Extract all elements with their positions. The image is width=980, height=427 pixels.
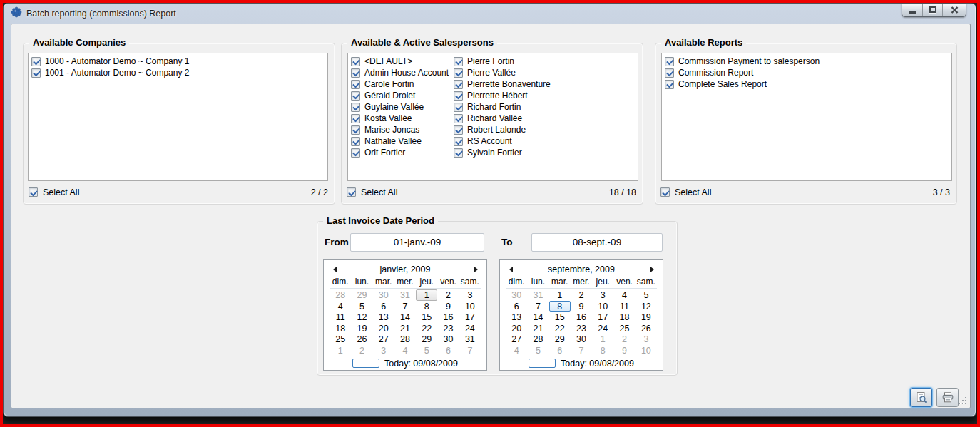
- list-item[interactable]: Pierrette Hébert: [451, 90, 636, 101]
- calendar-day[interactable]: 10: [636, 345, 657, 356]
- titlebar[interactable]: Batch reporting (commissions) Report: [4, 4, 976, 23]
- companies-select-all-checkbox[interactable]: [29, 187, 38, 197]
- calendar-day[interactable]: 31: [527, 289, 548, 301]
- list-item[interactable]: Complete Sales Report: [662, 78, 951, 90]
- calendar-day[interactable]: 3: [373, 345, 394, 356]
- calendar-day[interactable]: 11: [330, 312, 351, 323]
- calendar-day[interactable]: 2: [613, 334, 635, 345]
- maximize-button[interactable]: [922, 4, 942, 16]
- calendar-day[interactable]: 15: [416, 312, 437, 323]
- calendar-day[interactable]: 25: [613, 323, 635, 334]
- item-checkbox[interactable]: [351, 114, 360, 123]
- list-item[interactable]: 1001 - Automator Demo ~ Company 2: [29, 67, 327, 78]
- list-item[interactable]: Admin House Account: [348, 67, 451, 78]
- item-checkbox[interactable]: [454, 57, 463, 66]
- item-checkbox[interactable]: [665, 68, 674, 78]
- calendar-day[interactable]: 27: [373, 334, 394, 345]
- minimize-button[interactable]: [902, 4, 922, 16]
- calendar-day[interactable]: 29: [549, 334, 571, 345]
- item-checkbox[interactable]: [454, 137, 463, 146]
- list-item[interactable]: Commission Payment to salesperson: [662, 56, 951, 67]
- calendar-day[interactable]: 31: [394, 289, 416, 301]
- next-month-button[interactable]: [647, 262, 657, 277]
- calendar-day[interactable]: 18: [330, 323, 351, 334]
- calendar-day[interactable]: 2: [437, 289, 459, 301]
- calendar-day[interactable]: 7: [571, 345, 592, 356]
- calendar-day[interactable]: 29: [351, 289, 372, 301]
- item-checkbox[interactable]: [31, 68, 41, 78]
- list-item[interactable]: Kosta Vallée: [348, 113, 451, 124]
- calendar-day[interactable]: 8: [549, 301, 571, 312]
- item-checkbox[interactable]: [454, 125, 463, 135]
- item-checkbox[interactable]: [665, 57, 674, 66]
- print-button[interactable]: [936, 388, 959, 407]
- calendar-day[interactable]: 9: [571, 301, 592, 312]
- next-month-button[interactable]: [471, 262, 481, 277]
- calendar-day[interactable]: 30: [373, 289, 394, 301]
- calendar-day[interactable]: 30: [571, 334, 592, 345]
- list-item[interactable]: <DEFAULT>: [348, 56, 451, 67]
- calendar-day[interactable]: 8: [416, 301, 437, 312]
- item-checkbox[interactable]: [665, 80, 674, 89]
- salespersons-list[interactable]: <DEFAULT>Admin House AccountCarole Forti…: [347, 53, 638, 181]
- item-checkbox[interactable]: [31, 57, 41, 66]
- list-item[interactable]: Pierrette Bonaventure: [451, 78, 636, 90]
- calendar-day[interactable]: 21: [394, 323, 416, 334]
- calendar-day[interactable]: 17: [592, 312, 613, 323]
- list-item[interactable]: Guylaine Vallée: [348, 101, 451, 113]
- list-item[interactable]: Richard Fortin: [451, 101, 636, 113]
- item-checkbox[interactable]: [454, 80, 463, 89]
- calendar-day[interactable]: 21: [527, 323, 548, 334]
- to-date-input[interactable]: 08-sept.-09: [531, 233, 663, 252]
- item-checkbox[interactable]: [351, 91, 360, 101]
- calendar-day[interactable]: 20: [373, 323, 394, 334]
- list-item[interactable]: Nathalie Vallée: [348, 135, 451, 147]
- calendar-day[interactable]: 15: [549, 312, 571, 323]
- calendar-day[interactable]: 19: [636, 312, 657, 323]
- list-item[interactable]: Pierre Fortin: [451, 56, 636, 67]
- calendar-day[interactable]: 11: [613, 301, 635, 312]
- calendar-day[interactable]: 22: [549, 323, 571, 334]
- prev-month-button[interactable]: [506, 262, 516, 277]
- salespersons-select-all-checkbox[interactable]: [347, 187, 356, 197]
- calendar-day[interactable]: 25: [330, 334, 351, 345]
- item-checkbox[interactable]: [351, 148, 360, 158]
- calendar-day[interactable]: 28: [330, 289, 351, 301]
- calendar-day[interactable]: 24: [459, 323, 481, 334]
- calendar-day[interactable]: 20: [506, 323, 527, 334]
- calendar-day[interactable]: 18: [613, 312, 635, 323]
- reports-select-all-checkbox[interactable]: [660, 187, 670, 197]
- calendar-day[interactable]: 29: [416, 334, 437, 345]
- item-checkbox[interactable]: [351, 80, 360, 89]
- calendar-day[interactable]: 4: [394, 345, 416, 356]
- item-checkbox[interactable]: [351, 103, 360, 112]
- item-checkbox[interactable]: [351, 137, 360, 146]
- item-checkbox[interactable]: [351, 57, 360, 66]
- calendar-day[interactable]: 30: [506, 289, 527, 301]
- calendar-day[interactable]: 13: [506, 312, 527, 323]
- calendar-today-row[interactable]: Today: 09/08/2009: [330, 356, 481, 370]
- calendar-day[interactable]: 31: [459, 334, 481, 345]
- print-preview-button[interactable]: [910, 388, 932, 407]
- reports-list[interactable]: Commission Payment to salespersonCommiss…: [661, 53, 952, 181]
- calendar-day[interactable]: 28: [394, 334, 416, 345]
- calendar-day[interactable]: 9: [613, 345, 635, 356]
- calendar-day[interactable]: 4: [330, 301, 351, 312]
- calendar-day[interactable]: 7: [459, 345, 481, 356]
- calendar-day[interactable]: 6: [373, 301, 394, 312]
- calendar-today-row[interactable]: Today: 09/08/2009: [506, 356, 657, 370]
- calendar-day[interactable]: 5: [416, 345, 437, 356]
- calendar-day[interactable]: 6: [506, 301, 527, 312]
- calendar-day[interactable]: 2: [351, 345, 372, 356]
- calendar-day[interactable]: 5: [351, 301, 372, 312]
- list-item[interactable]: Richard Vallée: [451, 113, 636, 124]
- calendar-day[interactable]: 6: [549, 345, 571, 356]
- item-checkbox[interactable]: [351, 125, 360, 135]
- calendar-day[interactable]: 4: [613, 289, 635, 301]
- calendar-day[interactable]: 7: [394, 301, 416, 312]
- item-checkbox[interactable]: [454, 68, 463, 78]
- companies-list[interactable]: 1000 - Automator Demo ~ Company 11001 - …: [28, 53, 328, 181]
- calendar-day[interactable]: 10: [459, 301, 481, 312]
- list-item[interactable]: Carole Fortin: [348, 78, 451, 90]
- close-button[interactable]: [942, 4, 966, 16]
